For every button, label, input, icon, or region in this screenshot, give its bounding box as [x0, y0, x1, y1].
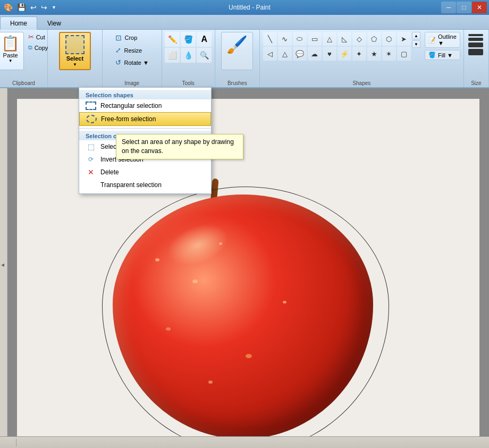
shapes-group: ╲ ∿ ⬭ ▭ △ ◺ ◇ ⬠ ⬡ ➤ ◁ △ 💬 ☁ ♥ [260, 30, 464, 87]
shape-arrow-left[interactable]: ◁ [263, 47, 277, 61]
rotate-button[interactable]: ↺ Rotate ▼ [112, 57, 152, 68]
left-bar-arrow: ◀ [1, 263, 4, 267]
size-label: Size [464, 80, 488, 86]
minimize-button[interactable]: ─ [441, 2, 456, 13]
fill-button[interactable]: 🪣 Fill ▼ [425, 50, 460, 60]
fill-tool[interactable]: 🪣 [181, 32, 196, 47]
shape-line[interactable]: ╲ [263, 32, 277, 46]
brushes-group: 🖌️ Brushes [215, 30, 260, 87]
color-picker-tool[interactable]: 💧 [181, 48, 196, 63]
outline-button[interactable]: 📝 Outline ▼ [425, 32, 460, 48]
delete-label: Delete [100, 168, 119, 176]
shape-right-tri[interactable]: ◺ [338, 32, 351, 46]
shape-arrow-up[interactable]: △ [278, 47, 292, 61]
shapes-scroll-down[interactable]: ▼ [412, 40, 420, 48]
shapes-label: Shapes [260, 80, 463, 86]
size-line-1[interactable] [468, 34, 483, 36]
delete-icon: ✕ [86, 168, 96, 176]
apple-highlight [162, 217, 234, 274]
redo-icon[interactable]: ↪ [39, 2, 49, 13]
undo-icon[interactable]: ↩ [29, 2, 38, 13]
magnify-tool[interactable]: 🔍 [197, 48, 212, 63]
shape-callout[interactable]: 💬 [293, 47, 307, 61]
quick-access-toolbar: 🎨 💾 ↩ ↪ ▼ Untitled - Paint ─ □ ✕ [0, 0, 489, 15]
shape-lightning[interactable]: ⚡ [338, 47, 351, 61]
select-content: Select ▼ [59, 32, 91, 86]
size-line-4[interactable] [468, 49, 483, 55]
image-group-label: Image [103, 80, 162, 86]
shape-pent[interactable]: ⬠ [367, 32, 381, 46]
select-dropdown-arrow: ▼ [73, 62, 77, 67]
shape-heart[interactable]: ♥ [323, 47, 336, 61]
selection-shapes-header: Selection shapes [79, 90, 211, 99]
window-title: Untitled - Paint [59, 4, 440, 11]
tab-view[interactable]: View [37, 16, 71, 30]
transparent-selection-option[interactable]: Transparent selection [79, 179, 211, 191]
outline-icon: 📝 [428, 37, 436, 44]
copy-icon: ⧉ [28, 44, 32, 51]
rectangular-label: Rectangular selection [100, 102, 162, 109]
size-content [468, 32, 484, 63]
shapes-scroll-up[interactable]: ▲ [412, 32, 420, 39]
save-icon[interactable]: 💾 [15, 2, 28, 13]
spot-5 [166, 327, 171, 331]
resize-button[interactable]: ⤢ Resize [112, 45, 152, 56]
status-separator [16, 439, 16, 446]
shape-star6[interactable]: ✶ [382, 47, 396, 61]
size-group: Size [464, 30, 489, 87]
paste-button[interactable]: 📋 Paste ▼ [0, 32, 24, 70]
delete-option[interactable]: ✕ Delete [79, 166, 211, 179]
app-menu-icon[interactable]: 🎨 [2, 2, 14, 13]
shape-star5[interactable]: ★ [367, 47, 381, 61]
shape-tri[interactable]: △ [323, 32, 336, 46]
shape-diamond[interactable]: ◇ [352, 32, 366, 46]
main-area: ◀ [0, 88, 489, 436]
close-button[interactable]: ✕ [472, 2, 487, 13]
maximize-button[interactable]: □ [457, 2, 471, 13]
shape-rect[interactable]: ▭ [308, 32, 322, 46]
crop-button[interactable]: ⊡ Crop [112, 32, 152, 44]
shape-cloud[interactable]: ☁ [308, 47, 322, 61]
rectangular-selection-option[interactable]: Rectangular selection [79, 99, 211, 112]
size-line-2[interactable] [468, 38, 483, 41]
freeform-selection-option[interactable]: Free-form selection [79, 112, 211, 126]
brushes-button[interactable]: 🖌️ [221, 32, 253, 70]
brush-icon: 🖌️ [226, 35, 248, 55]
freeform-icon [86, 115, 97, 123]
apple-body [113, 195, 373, 436]
rectangular-icon [86, 102, 96, 110]
eraser-tool[interactable]: ⬜ [165, 48, 180, 63]
image-buttons: ⊡ Crop ⤢ Resize ↺ Rotate ▼ [112, 32, 152, 75]
tab-home[interactable]: Home [0, 16, 37, 30]
shape-hex[interactable]: ⬡ [382, 32, 396, 46]
shapes-scroll-col: ▲ ▼ [412, 32, 420, 48]
shape-oval[interactable]: ⬭ [293, 32, 307, 46]
resize-label: Resize [124, 47, 142, 54]
fill-label: Fill ▼ [438, 52, 453, 58]
select-label: Select [66, 55, 83, 62]
spot-3 [192, 280, 198, 283]
transparent-label: Transparent selection [100, 181, 162, 189]
cut-button[interactable]: ✂ Cut [26, 32, 50, 42]
shape-star4[interactable]: ✦ [352, 47, 366, 61]
status-bar [0, 436, 489, 448]
outline-label: Outline ▼ [438, 33, 457, 46]
shape-rounded-rect[interactable]: ▢ [397, 47, 411, 61]
select-group: Select ▼ [48, 30, 103, 87]
qa-dropdown-icon[interactable]: ▼ [50, 4, 58, 11]
size-line-3[interactable] [468, 43, 483, 47]
transparent-icon [86, 181, 96, 189]
text-tool[interactable]: A [197, 32, 212, 47]
ribbon-tabs: Home View [0, 15, 489, 30]
shape-arrow-right[interactable]: ➤ [397, 32, 411, 46]
shapes-content: ╲ ∿ ⬭ ▭ △ ◺ ◇ ⬠ ⬡ ➤ ◁ △ 💬 ☁ ♥ [263, 32, 460, 86]
left-ruler: ◀ [0, 88, 7, 436]
select-all-icon: ⬚ [86, 142, 96, 151]
select-button[interactable]: Select ▼ [59, 32, 91, 70]
copy-button[interactable]: ⧉ Copy [26, 43, 50, 52]
shape-curve[interactable]: ∿ [278, 32, 292, 46]
rotate-icon: ↺ [115, 58, 121, 66]
pencil-tool[interactable]: ✏️ [165, 32, 180, 47]
paste-arrow-icon: ▼ [9, 58, 13, 63]
freeform-label: Free-form selection [101, 115, 156, 123]
